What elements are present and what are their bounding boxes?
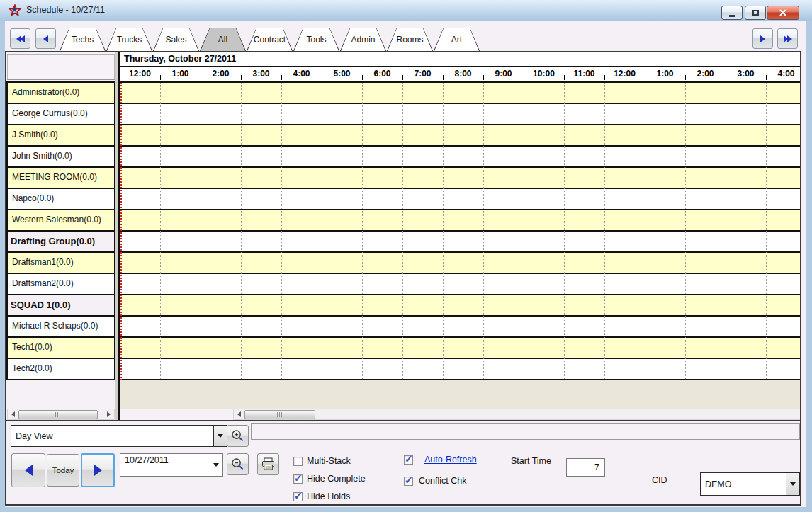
schedule-row[interactable] <box>120 210 800 232</box>
schedule-row[interactable] <box>120 317 800 338</box>
tab-strip: Techs Trucks Sales All Contract Tools Ad… <box>5 21 806 51</box>
dropdown-button[interactable] <box>209 454 222 476</box>
schedule-row[interactable] <box>120 359 800 380</box>
time-label: 1:00 <box>645 67 685 81</box>
schedule-row[interactable] <box>120 147 800 168</box>
date-picker[interactable]: 10/27/2011 <box>120 453 223 477</box>
checkbox-box[interactable] <box>293 457 303 466</box>
client-area: Techs Trucks Sales All Contract Tools Ad… <box>5 21 806 507</box>
scroll-tabs-left-button[interactable] <box>35 28 56 49</box>
time-label: 3:00 <box>241 67 281 81</box>
hide-holds-checkbox[interactable]: Hide Holds <box>293 491 350 501</box>
resource-row[interactable]: John Smith(0.0) <box>8 147 114 168</box>
resource-row[interactable]: Napco(0.0) <box>8 189 114 210</box>
double-right-arrow-icon <box>787 35 792 42</box>
start-time-input[interactable] <box>566 458 605 477</box>
schedule-row[interactable] <box>120 189 800 210</box>
dropdown-button[interactable] <box>213 426 227 446</box>
tab[interactable]: Sales <box>153 28 199 51</box>
tab[interactable]: Art <box>434 28 480 51</box>
resource-row[interactable]: MEETING ROOM(0.0) <box>8 168 114 189</box>
resource-row[interactable]: George Currius(0.0) <box>8 104 114 125</box>
tab-label: Rooms <box>396 35 423 45</box>
checkbox-box[interactable] <box>404 477 413 486</box>
next-day-button[interactable] <box>81 453 115 487</box>
checkbox-box[interactable] <box>404 455 413 465</box>
scroll-tabs-last-button[interactable] <box>777 28 798 49</box>
schedule-row[interactable] <box>120 104 800 125</box>
title-bar[interactable]: Schedule - 10/27/11 <box>0 0 812 21</box>
tab-label: Contract <box>254 35 286 45</box>
close-button[interactable] <box>767 6 799 20</box>
resource-row[interactable]: SQUAD 1(0.0) <box>8 295 114 317</box>
scroll-tabs-first-button[interactable] <box>10 28 30 49</box>
cid-select[interactable]: DEMO <box>700 472 800 496</box>
resource-pane-scrollbar[interactable] <box>7 409 115 420</box>
resource-row[interactable]: Drafting Group(0.0) <box>8 232 114 253</box>
auto-refresh-link[interactable]: Auto-Refresh <box>424 455 477 465</box>
schedule-row[interactable] <box>120 295 800 317</box>
today-button[interactable]: Today <box>47 454 79 487</box>
hide-complete-checkbox[interactable]: Hide Complete <box>293 474 366 484</box>
schedule-row[interactable] <box>120 168 800 189</box>
schedule-row[interactable] <box>120 253 800 274</box>
resource-pane: Administrator(0.0)George Currius(0.0)J S… <box>6 52 115 420</box>
left-arrow-icon <box>43 35 48 42</box>
print-button[interactable] <box>257 453 279 475</box>
tab[interactable]: Tools <box>293 28 339 51</box>
previous-day-button[interactable] <box>11 453 45 487</box>
left-arrow-icon <box>237 411 241 417</box>
time-label: 12:00 <box>604 67 645 81</box>
resource-row[interactable]: Michael R Schaps(0.0) <box>8 317 114 338</box>
minimize-button[interactable] <box>721 6 743 20</box>
schedule-row[interactable] <box>120 338 800 359</box>
right-arrow-icon <box>107 411 111 417</box>
printer-icon <box>261 457 276 471</box>
scrollbar-thumb[interactable] <box>18 410 98 419</box>
checkbox-box[interactable] <box>293 492 303 501</box>
scrollbar-thumb[interactable] <box>244 410 315 419</box>
schedule-row[interactable] <box>120 274 800 295</box>
tab[interactable]: Techs <box>60 28 106 51</box>
zoom-out-button[interactable] <box>227 453 249 475</box>
resource-row[interactable]: Tech2(0.0) <box>8 359 114 380</box>
scroll-left-button[interactable] <box>8 409 18 419</box>
resource-row[interactable]: Administrator(0.0) <box>8 83 114 104</box>
cid-label: CID <box>652 475 667 485</box>
resource-row[interactable]: J Smith(0.0) <box>8 125 114 147</box>
view-mode-select[interactable]: Day View <box>11 425 227 447</box>
resource-row[interactable]: Western Salesman(0.0) <box>8 210 114 232</box>
zoom-in-button[interactable] <box>227 425 249 447</box>
tab[interactable]: Contract <box>247 28 293 51</box>
right-arrow-icon <box>760 35 765 42</box>
multi-stack-checkbox[interactable]: Multi-Stack <box>293 456 351 466</box>
schedule-row[interactable] <box>120 232 800 253</box>
resource-row[interactable]: Tech1(0.0) <box>8 338 114 359</box>
checkbox-box[interactable] <box>293 474 303 484</box>
tab-label: Sales <box>165 35 186 45</box>
timeline-scrollbar[interactable] <box>233 409 800 420</box>
resource-header-cell <box>7 54 115 80</box>
scroll-tabs-right-button[interactable] <box>752 28 773 49</box>
time-label: 5:00 <box>322 67 362 81</box>
schedule-row[interactable] <box>120 83 800 104</box>
tab[interactable]: Admin <box>340 28 386 51</box>
time-label: 10:00 <box>524 67 564 81</box>
scroll-left-button[interactable] <box>234 409 244 419</box>
scroll-right-button[interactable] <box>103 409 114 419</box>
zoom-out-icon <box>230 457 245 472</box>
maximize-button[interactable] <box>745 6 766 20</box>
left-arrow-icon <box>11 411 15 417</box>
start-time-label: Start Time <box>511 456 551 466</box>
schedule-row[interactable] <box>120 125 800 147</box>
resource-row[interactable]: Draftsman1(0.0) <box>8 253 114 274</box>
auto-refresh-checkbox[interactable]: Auto-Refresh <box>404 455 477 465</box>
maximize-icon <box>752 10 759 16</box>
tab-label: Admin <box>351 35 375 45</box>
tab[interactable]: Trucks <box>106 28 152 51</box>
dropdown-button[interactable] <box>786 473 799 495</box>
tab[interactable]: Rooms <box>387 28 433 51</box>
resource-row[interactable]: Draftsman2(0.0) <box>8 274 114 295</box>
tab[interactable]: All <box>200 28 246 51</box>
conflict-chk-checkbox[interactable]: Conflict Chk <box>404 476 466 486</box>
